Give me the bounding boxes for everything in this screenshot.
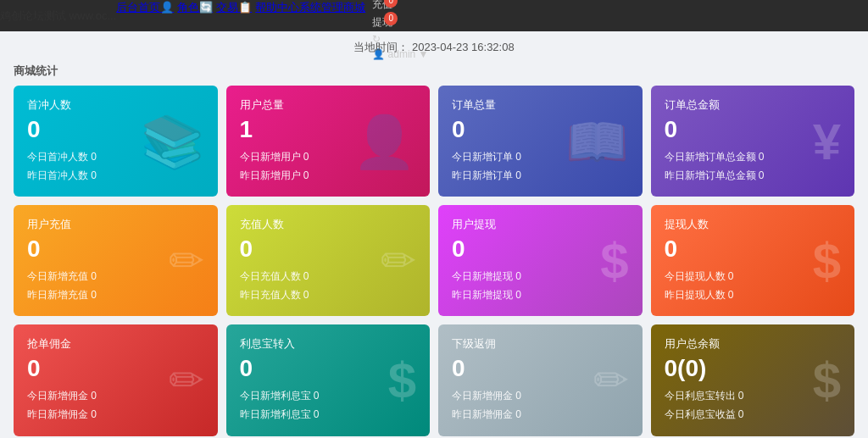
stat-card: 用户总量 1 今日新增用户 0昨日新增用户 0 👤 — [226, 86, 431, 197]
nav-icon: 🔄 — [199, 1, 213, 14]
card-title: 下级返佣 — [452, 336, 629, 352]
nav-item-label: 后台首页 — [116, 1, 160, 14]
nav-item-交易[interactable]: 🔄交易 — [199, 0, 238, 31]
nav-bar: 后台首页👤角色🔄交易📋帮助中心系统管理商城 — [116, 0, 365, 31]
stat-card: 订单总量 0 今日新增订单 0昨日新增订单 0 📖 — [438, 86, 643, 197]
card-icon: ✏ — [169, 356, 204, 405]
card-icon: ¥ — [813, 112, 841, 170]
card-icon: 👤 — [353, 111, 416, 171]
card-icon: 📖 — [565, 111, 629, 171]
nav-item-label: 交易 — [216, 1, 238, 14]
stat-card: 用户总余额 0(0) 今日利息宝转出 0今日利息宝收益 0 $ — [651, 324, 855, 435]
datetime-value: 2023-04-23 16:32:08 — [412, 41, 515, 53]
card-title: 提现人数 — [665, 217, 842, 232]
card-icon: ✏ — [381, 236, 416, 286]
nav-item-帮助中心[interactable]: 📋帮助中心 — [238, 0, 299, 31]
nav-item-角色[interactable]: 👤角色 — [160, 0, 199, 31]
card-icon: 📚 — [141, 111, 204, 171]
card-icon: $ — [813, 351, 841, 409]
nav-item-商城[interactable]: 商城 — [343, 0, 365, 31]
nav-item-系统管理[interactable]: 系统管理 — [299, 0, 343, 31]
card-title: 抢单佣金 — [27, 336, 204, 352]
nav-icon: 📋 — [238, 1, 252, 14]
card-title: 利息宝转入 — [240, 336, 417, 352]
nav-icon: 👤 — [160, 1, 174, 14]
withdraw-badge: 0 — [384, 12, 398, 25]
card-icon: ✏ — [169, 236, 204, 286]
mall-stats-title: 商城统计 — [0, 60, 868, 86]
card-icon: $ — [600, 231, 628, 290]
withdraw-button[interactable]: 提现 0 — [365, 14, 399, 31]
section-title-text: 商城统计 — [14, 64, 58, 77]
refresh-button[interactable]: ↻ — [365, 31, 387, 47]
stat-card: 用户提现 0 今日新增提现 0昨日新增提现 0 $ — [438, 205, 643, 316]
recharge-badge: 0 — [384, 0, 398, 8]
nav-item-label: 帮助中心 — [255, 1, 299, 14]
nav-item-label: 角色 — [177, 1, 199, 14]
stat-card: 提现人数 0 今日提现人数 0昨日提现人数 0 $ — [651, 205, 855, 316]
stat-card: 利息宝转入 0 今日新增利息宝 0昨日新增利息宝 0 $ — [226, 324, 431, 435]
stat-card: 抢单佣金 0 今日新增佣金 0昨日新增佣金 0 ✏ — [14, 324, 218, 435]
card-title: 用户充值 — [27, 217, 204, 232]
stat-card: 用户充值 0 今日新增充值 0昨日新增充值 0 ✏ — [14, 205, 218, 316]
card-icon: $ — [388, 351, 416, 409]
card-title: 订单总金额 — [665, 97, 842, 113]
nav-item-label: 商城 — [343, 1, 365, 14]
stat-card: 充值人数 0 今日充值人数 0昨日充值人数 0 ✏ — [226, 205, 431, 316]
stats-grid: 首冲人数 0 今日首冲人数 0昨日首冲人数 0 📚 用户总量 1 今日新增用户 … — [0, 86, 868, 438]
card-title: 用户总余额 — [665, 336, 842, 352]
card-icon: ✏ — [593, 356, 629, 405]
card-icon: $ — [813, 231, 841, 290]
top-nav: 鸡创论坛测试 www.oc... 后台首页👤角色🔄交易📋帮助中心系统管理商城 当… — [0, 0, 868, 31]
card-title: 充值人数 — [240, 217, 417, 232]
stat-card: 订单总金额 0 今日新增订单总金额 0昨日新增订单总金额 0 ¥ — [651, 86, 855, 197]
card-title: 用户提现 — [452, 217, 629, 232]
nav-item-label: 系统管理 — [299, 1, 343, 14]
recharge-button[interactable]: 充值 0 — [365, 0, 399, 14]
logo: 鸡创论坛测试 www.oc... — [0, 8, 116, 24]
nav-item-后台首页[interactable]: 后台首页 — [116, 0, 160, 31]
stat-card: 下级返佣 0 今日新增佣金 0昨日新增佣金 0 ✏ — [438, 324, 643, 435]
stat-card: 首冲人数 0 今日首冲人数 0昨日首冲人数 0 📚 — [14, 86, 218, 197]
